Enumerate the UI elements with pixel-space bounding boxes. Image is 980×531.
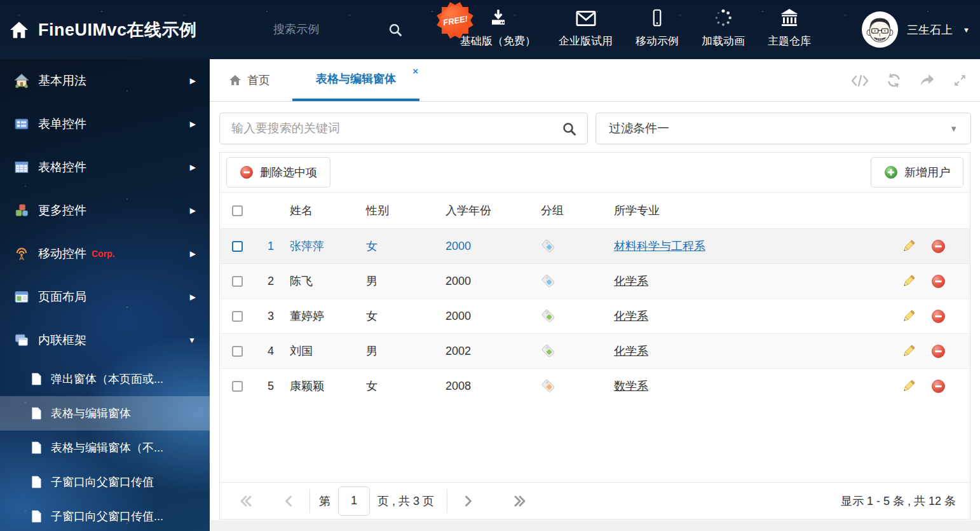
table-row[interactable]: 2 陈飞 男 2000 化学系 (220, 263, 970, 298)
header-nav-item[interactable]: 企业版试用 (559, 6, 613, 48)
keyword-search-input[interactable] (220, 121, 587, 135)
tab-bar: 首页 表格与编辑窗体 × (210, 59, 980, 102)
edit-pencil-icon[interactable] (901, 379, 916, 394)
search-icon[interactable] (562, 121, 577, 137)
close-icon[interactable]: × (412, 66, 418, 76)
table-icon (14, 160, 29, 175)
major-link[interactable]: 化学系 (614, 275, 648, 287)
keyword-search-box (219, 113, 588, 144)
tab-tools (851, 59, 967, 102)
frames-icon (14, 333, 29, 348)
sidebar-item[interactable]: 表格控件 ▶ (0, 146, 210, 189)
delete-selected-button[interactable]: 删除选中项 (226, 157, 330, 188)
column-header-year[interactable]: 入学年份 (439, 203, 534, 218)
tag-icon (541, 273, 556, 289)
row-checkbox[interactable] (232, 346, 243, 357)
delete-row-icon[interactable] (931, 379, 946, 394)
header-nav: 基础版（免费） 企业版试用 移动示例 加载动画 主题仓库 (460, 6, 811, 48)
sidebar-subitem[interactable]: 子窗口向父窗口传值 (0, 465, 210, 499)
table-row[interactable]: 1 张萍萍 女 2000 材料科学与工程系 (220, 228, 970, 263)
avatar[interactable] (862, 11, 898, 48)
cell-name: 刘国 (280, 343, 360, 359)
header-nav-item[interactable]: 基础版（免费） (460, 6, 536, 48)
header-nav-item[interactable]: 主题仓库 (768, 6, 811, 48)
page-number-input[interactable] (338, 486, 370, 516)
sidebar-item[interactable]: 基本用法 ▶ (0, 59, 210, 102)
sidebar-submenu: 弹出窗体（本页面或... 表格与编辑窗体 表格与编辑窗体（不... 子窗口向父窗… (0, 362, 210, 531)
delete-row-icon[interactable] (931, 344, 946, 359)
cell-gender: 女 (360, 308, 439, 324)
delete-row-icon[interactable] (931, 239, 946, 254)
file-icon (31, 476, 42, 488)
table-row[interactable]: 5 康颖颖 女 2008 数学系 (220, 368, 970, 403)
major-link[interactable]: 化学系 (614, 310, 648, 322)
cell-name: 董婷婷 (280, 308, 360, 324)
bank-icon (779, 6, 800, 28)
sidebar-item[interactable]: 表单控件 ▶ (0, 102, 210, 146)
column-header-group[interactable]: 分组 (534, 203, 611, 218)
edit-pencil-icon[interactable] (901, 239, 916, 254)
edit-pencil-icon[interactable] (901, 274, 916, 289)
delete-row-icon[interactable] (931, 309, 946, 324)
table-row[interactable]: 3 董婷婷 女 2000 化学系 (220, 298, 970, 333)
header-nav-item[interactable]: 移动示例 (636, 6, 679, 48)
row-number: 2 (255, 275, 280, 288)
last-page-button[interactable] (513, 494, 527, 508)
file-icon (31, 373, 42, 385)
row-checkbox[interactable] (232, 276, 243, 287)
sidebar-subitem[interactable]: 子窗口向父窗口传值... (0, 499, 210, 531)
add-user-button[interactable]: 新增用户 (871, 157, 963, 188)
download-icon (488, 6, 508, 28)
select-all-checkbox[interactable] (232, 205, 243, 216)
major-link[interactable]: 材料科学与工程系 (614, 240, 705, 252)
major-link[interactable]: 数学系 (614, 380, 648, 392)
sidebar-item[interactable]: 更多控件 ▶ (0, 189, 210, 232)
row-checkbox[interactable] (232, 311, 243, 322)
sidebar-subitem[interactable]: 表格与编辑窗体 (0, 396, 210, 431)
cell-year: 2000 (439, 310, 534, 323)
major-link[interactable]: 化学系 (614, 345, 648, 357)
header-nav-item[interactable]: 加载动画 (702, 6, 745, 48)
filter-dropdown[interactable]: 过滤条件一 ▼ (595, 113, 971, 144)
prev-page-button[interactable] (283, 494, 293, 508)
tab-grid-edit-window[interactable]: 表格与编辑窗体 × (292, 59, 419, 101)
chevron-down-icon: ▼ (949, 124, 958, 134)
form-icon (14, 116, 29, 132)
record-summary: 显示 1 - 5 条 , 共 12 条 (841, 493, 962, 509)
edit-pencil-icon[interactable] (901, 344, 916, 359)
tag-icon (541, 378, 556, 394)
user-name: 三生石上 (907, 22, 953, 38)
column-header-gender[interactable]: 性别 (360, 203, 439, 218)
refresh-icon[interactable] (886, 72, 902, 88)
sidebar-subitem[interactable]: 弹出窗体（本页面或... (0, 362, 210, 396)
header-search-input[interactable] (273, 23, 362, 36)
home-colored-icon (14, 73, 29, 88)
fullscreen-icon[interactable] (953, 73, 967, 88)
divider (310, 489, 310, 513)
home-icon (9, 20, 29, 40)
row-number: 3 (255, 310, 280, 323)
cell-gender: 男 (360, 273, 439, 289)
brand[interactable]: FineUIMvc在线示例 (9, 0, 197, 59)
share-icon[interactable] (919, 73, 936, 88)
column-header-name[interactable]: 姓名 (280, 203, 360, 218)
tab-home[interactable]: 首页 (229, 59, 270, 101)
sidebar-item[interactable]: 页面布局 ▶ (0, 275, 210, 319)
expand-arrow-icon: ▶ (190, 249, 196, 258)
first-page-button[interactable] (239, 494, 253, 508)
row-checkbox[interactable] (232, 381, 243, 392)
sidebar-item[interactable]: 内联框架 ▼ (0, 319, 210, 362)
row-checkbox[interactable] (232, 241, 243, 252)
table-row[interactable]: 4 刘国 男 2002 化学系 (220, 333, 970, 368)
user-menu[interactable]: 三生石上 ▼ (862, 0, 970, 59)
sidebar-item[interactable]: 移动控件 Corp. ▶ (0, 232, 210, 275)
source-code-icon[interactable] (851, 73, 869, 88)
next-page-button[interactable] (464, 494, 473, 508)
tag-icon (541, 343, 556, 359)
delete-row-icon[interactable] (931, 274, 946, 289)
edit-pencil-icon[interactable] (901, 309, 916, 324)
sidebar-subitem[interactable]: 表格与编辑窗体（不... (0, 431, 210, 465)
column-header-major[interactable]: 所学专业 (611, 203, 899, 218)
corp-badge: Corp. (92, 249, 115, 259)
search-icon[interactable] (388, 22, 403, 38)
